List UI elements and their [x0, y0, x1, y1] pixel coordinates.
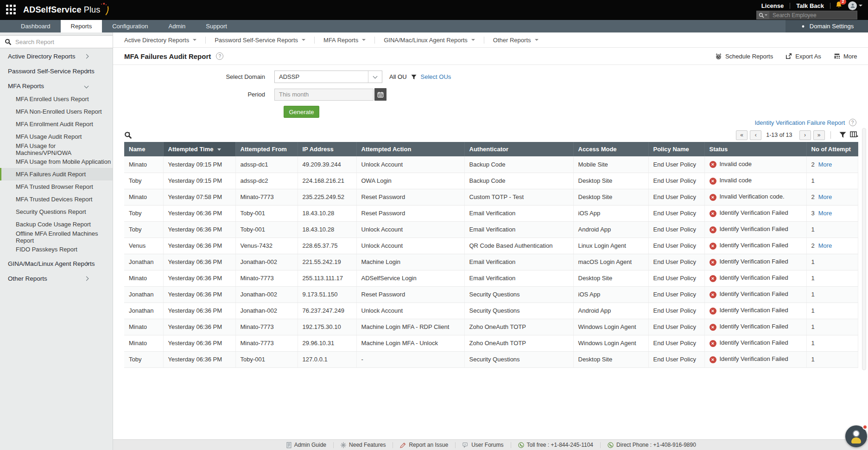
- sidebar-item-mfa-non-enrolled-users-report[interactable]: MFA Non-Enrolled Users Report: [0, 105, 113, 118]
- cell-attempts: 2More: [806, 156, 858, 173]
- sidebar-item-offline-mfa-enrolled-machines-report[interactable]: Offline MFA Enrolled Machines Report: [0, 231, 113, 243]
- employee-search-icon[interactable]: [757, 11, 769, 19]
- attempt-count: 1: [811, 258, 815, 265]
- sidebar-item-fido-passkeys-report[interactable]: FIDO Passkeys Report: [0, 243, 113, 256]
- table-row: TobyYesterday 06:36 PMToby-001127.0.0.1-…: [124, 351, 858, 367]
- cell-status: ×Identify Verification Failed: [704, 302, 806, 319]
- sidebar-item-security-questions-report[interactable]: Security Questions Report: [0, 206, 113, 218]
- cell-auth: Zoho OneAuth TOTP: [464, 335, 573, 351]
- notifications-bell-icon[interactable]: 2: [835, 1, 843, 10]
- sidebar-item-mfa-usage-from-mobile-application[interactable]: MFA Usage from Mobile Application: [0, 155, 113, 168]
- tab-reports[interactable]: Reports: [61, 20, 102, 32]
- sidebar-group-password-self-service-reports[interactable]: Password Self-Service Reports: [0, 64, 113, 78]
- notification-count-badge: 2: [840, 0, 846, 5]
- apps-grid-icon[interactable]: [6, 5, 17, 16]
- license-link[interactable]: License: [755, 2, 790, 9]
- filter-icon[interactable]: [839, 132, 846, 138]
- help-icon[interactable]: ?: [216, 52, 223, 60]
- sidebar-item-mfa-usage-for-machines-vpn-owa[interactable]: MFA Usage for Machines/VPN/OWA: [0, 143, 113, 155]
- last-page-button[interactable]: »: [813, 130, 825, 140]
- tab-configuration[interactable]: Configuration: [102, 20, 158, 32]
- sidebar-group-gina-mac-linux-agent-reports[interactable]: GINA/Mac/Linux Agent Reports: [0, 257, 113, 270]
- toll-free-phone[interactable]: Toll free : +1-844-245-1104: [511, 442, 601, 448]
- domain-select[interactable]: ADSSP: [274, 71, 382, 83]
- talk-back-link[interactable]: Talk Back: [790, 2, 830, 9]
- column-header-attempted-action[interactable]: Attempted Action: [356, 142, 464, 156]
- sidebar-item-backup-code-usage-report[interactable]: Backup Code Usage Report: [0, 218, 113, 231]
- tab-dashboard[interactable]: Dashboard: [11, 20, 61, 32]
- more-link[interactable]: More: [818, 242, 832, 249]
- sidebar-item-mfa-enrollment-audit-report[interactable]: MFA Enrollment Audit Report: [0, 118, 113, 130]
- domain-settings-button[interactable]: Domain Settings: [786, 20, 868, 32]
- column-header-access-mode[interactable]: Access Mode: [573, 142, 648, 156]
- calendar-icon[interactable]: [374, 88, 386, 101]
- cell-name: Minato: [124, 335, 163, 351]
- column-header-ip-address[interactable]: IP Address: [298, 142, 356, 156]
- sidebar-item-mfa-trusted-devices-report[interactable]: MFA Trusted Devices Report: [0, 193, 113, 206]
- select-ous-link[interactable]: Select OUs: [421, 73, 451, 80]
- column-header-attempted-time[interactable]: Attempted Time: [163, 142, 235, 156]
- generate-button[interactable]: Generate: [284, 106, 319, 118]
- sidebar-item-mfa-usage-audit-report[interactable]: MFA Usage Audit Report: [0, 130, 113, 143]
- table-scrollbar[interactable]: [862, 128, 866, 370]
- sidebar: Active Directory ReportsPassword Self-Se…: [0, 32, 113, 450]
- need-features-link[interactable]: Need Features: [334, 442, 393, 448]
- cell-ip: 224.168.216.21: [298, 173, 356, 189]
- identity-verification-failure-report-link[interactable]: Identity Verification Failure Report: [754, 119, 845, 126]
- report-category-nav: Active Directory ReportsPassword Self-Se…: [113, 32, 868, 48]
- sidebar-group-other-reports[interactable]: Other Reports: [0, 271, 113, 285]
- cell-time: Yesterday 07:58 PM: [163, 189, 235, 205]
- column-chooser-icon[interactable]: [850, 131, 858, 139]
- export-as-button[interactable]: Export As: [786, 53, 821, 60]
- avatar-icon: [848, 1, 857, 10]
- column-header-no-of-attempt[interactable]: No of Attempt: [806, 142, 858, 156]
- table-search-icon[interactable]: [124, 131, 132, 139]
- direct-phone[interactable]: Direct Phone : +1-408-916-9890: [601, 442, 703, 448]
- report-nav-mfa-reports[interactable]: MFA Reports: [315, 37, 374, 44]
- attempt-count: 3: [811, 210, 815, 217]
- report-search-input[interactable]: [15, 39, 113, 45]
- tab-support[interactable]: Support: [196, 20, 237, 32]
- cell-time: Yesterday 06:36 PM: [163, 221, 235, 238]
- gear-icon: [800, 23, 806, 30]
- cell-auth: Custom TOTP - Test: [464, 189, 573, 205]
- ou-filter-icon[interactable]: [411, 74, 417, 80]
- tab-admin[interactable]: Admin: [158, 20, 196, 32]
- report-nav-gina-mac-linux-agent-reports[interactable]: GINA/Mac/Linux Agent Reports: [375, 37, 484, 44]
- employee-search-input[interactable]: [769, 11, 857, 19]
- page-title: MFA Failures Audit Report: [124, 52, 211, 60]
- support-chat-widget[interactable]: [845, 425, 867, 447]
- help-icon[interactable]: ?: [849, 119, 856, 126]
- prev-page-button[interactable]: ‹: [750, 130, 761, 140]
- schedule-reports-button[interactable]: Schedule Reports: [715, 53, 773, 60]
- cell-name: Toby: [124, 205, 163, 221]
- sidebar-group-active-directory-reports[interactable]: Active Directory Reports: [0, 49, 113, 63]
- column-header-attempted-from[interactable]: Attempted From: [235, 142, 298, 156]
- report-an-issue-link[interactable]: Report an Issue: [393, 442, 455, 448]
- footer-bar: Admin Guide Need Features Report an Issu…: [113, 439, 868, 450]
- sidebar-item-mfa-failures-audit-report[interactable]: MFA Failures Audit Report: [0, 168, 113, 180]
- column-header-policy-name[interactable]: Policy Name: [648, 142, 704, 156]
- period-input[interactable]: This month: [274, 89, 374, 101]
- column-header-status[interactable]: Status: [704, 142, 806, 156]
- report-nav-active-directory-reports[interactable]: Active Directory Reports: [124, 37, 205, 44]
- column-header-name[interactable]: Name: [124, 142, 163, 156]
- more-link[interactable]: More: [818, 210, 832, 217]
- direct-phone-label: Direct Phone : +1-408-916-9890: [616, 442, 696, 448]
- admin-guide-link[interactable]: Admin Guide: [279, 442, 333, 448]
- report-nav-password-self-service-reports[interactable]: Password Self-Service Reports: [206, 37, 314, 44]
- sidebar-group-mfa-reports[interactable]: MFA Reports: [0, 79, 113, 93]
- next-page-button[interactable]: ›: [799, 130, 811, 140]
- more-button[interactable]: More: [834, 53, 857, 60]
- user-forums-link[interactable]: User Forums: [456, 442, 510, 448]
- first-page-button[interactable]: «: [736, 130, 748, 140]
- sidebar-item-mfa-enrolled-users-report[interactable]: MFA Enrolled Users Report: [0, 93, 113, 105]
- status-text: Invalid code: [720, 161, 752, 167]
- sidebar-item-mfa-trusted-browser-report[interactable]: MFA Trusted Browser Report: [0, 180, 113, 193]
- attempt-count: 1: [811, 226, 815, 233]
- more-link[interactable]: More: [818, 193, 832, 200]
- more-link[interactable]: More: [818, 161, 832, 168]
- user-menu[interactable]: [848, 1, 862, 10]
- report-nav-other-reports[interactable]: Other Reports: [484, 37, 547, 44]
- column-header-authenticator[interactable]: Authenticator: [464, 142, 573, 156]
